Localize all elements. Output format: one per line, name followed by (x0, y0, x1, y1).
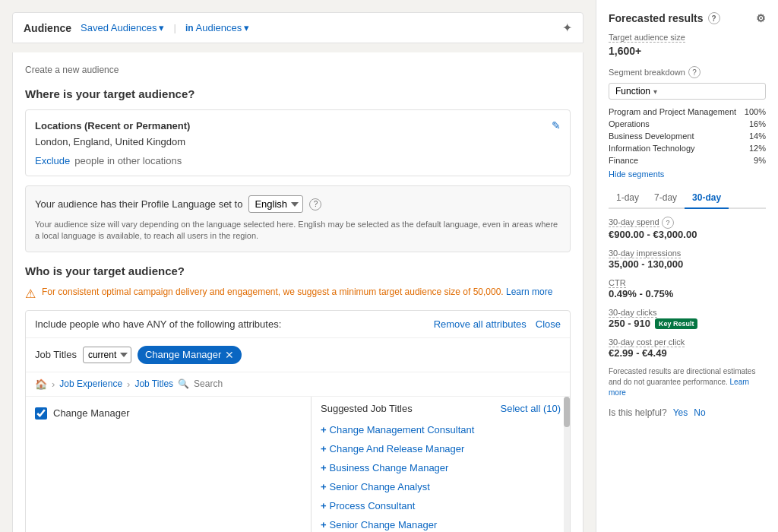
close-link[interactable]: Close (536, 318, 561, 330)
create-new-label: Create a new audience (25, 65, 571, 75)
breadcrumb-search-icon: 🔍 (178, 378, 189, 389)
tab-30day[interactable]: 30-day (685, 188, 729, 209)
suggestions-title: Suggested Job Titles (321, 403, 413, 414)
left-results: Change Manager (26, 397, 312, 532)
list-item[interactable]: + Senior Change Manager (321, 515, 561, 532)
location-box: Locations (Recent or Permanent) ✎ London… (25, 109, 571, 176)
language-note: Your audience size will vary depending o… (35, 219, 561, 242)
breadcrumb-search-input[interactable] (194, 378, 561, 389)
language-help-icon[interactable]: ? (309, 198, 321, 211)
stat-impressions: 30-day impressions 35,000 - 130,000 (609, 248, 766, 270)
stat-cost-per-click: 30-day cost per click €2.99 - €4.49 (609, 337, 766, 359)
list-item: Business Development 14% (609, 131, 766, 141)
edit-location-icon[interactable]: ✎ (552, 119, 561, 131)
right-panel: Forecasted results ? ⚙ Target audience s… (596, 0, 778, 532)
spend-help-icon[interactable]: ? (662, 217, 674, 229)
main-card: Create a new audience Where is your targ… (12, 52, 584, 532)
scroll-indicator (564, 397, 570, 532)
helpful-label: Is this helpful? (609, 407, 667, 418)
remove-tag-icon[interactable]: ✕ (225, 349, 234, 361)
filter-select[interactable]: current (83, 347, 131, 363)
stat-ctr: CTR 0.49% - 0.75% (609, 277, 766, 299)
segment-dropdown-arrow: ▾ (653, 87, 657, 96)
location-text: London, England, United Kingdom (35, 136, 561, 147)
forecasted-gear-icon[interactable]: ⚙ (756, 12, 766, 24)
warning-icon: ⚠ (25, 287, 36, 301)
job-titles-row: Job Titles current Change Manager ✕ (26, 338, 570, 372)
helpful-yes[interactable]: Yes (673, 407, 688, 418)
audiences-button[interactable]: in Audiences ▾ (185, 22, 249, 33)
forecasted-title: Forecasted results (609, 12, 704, 24)
attributes-box: Include people who have ANY of the follo… (25, 310, 571, 532)
bc-job-titles[interactable]: Job Titles (134, 378, 173, 389)
warning-row: ⚠ For consistent optimal campaign delive… (25, 287, 571, 301)
list-item[interactable]: + Change And Release Manager (321, 439, 561, 458)
audience-header: Audience Saved Audiences ▾ | in Audience… (12, 12, 584, 43)
bc-job-experience[interactable]: Job Experience (59, 378, 122, 389)
attributes-header-text: Include people who have ANY of the follo… (35, 318, 281, 330)
results-area: Change Manager Suggested Job Titles Sele… (26, 397, 570, 532)
helpful-no[interactable]: No (694, 407, 705, 418)
list-item[interactable]: + Process Consultant (321, 496, 561, 515)
segment-select[interactable]: Function ▾ (609, 83, 766, 100)
list-item: Finance 9% (609, 156, 766, 165)
who-section: Who is your target audience? ⚠ For consi… (25, 264, 571, 532)
right-suggestions: Suggested Job Titles Select all (10) + C… (312, 397, 570, 532)
location-box-title: Locations (Recent or Permanent) (35, 120, 190, 131)
list-item: Information Technology 12% (609, 144, 766, 153)
list-item[interactable]: + Change Management Consultant (321, 420, 561, 439)
stat-spend: 30-day spend ? €900.00 - €3,000.00 (609, 217, 766, 240)
exclude-note: people in other locations (74, 155, 182, 166)
job-titles-label: Job Titles (35, 349, 77, 360)
remove-all-link[interactable]: Remove all attributes (434, 318, 527, 330)
change-manager-tag: Change Manager ✕ (138, 346, 242, 364)
select-all-link[interactable]: Select all (10) (501, 403, 561, 414)
segment-help-icon[interactable]: ? (688, 66, 701, 78)
list-item: Program and Project Management 100% (609, 107, 766, 116)
helpful-row: Is this helpful? Yes No (609, 407, 766, 418)
language-label: Your audience has their Profile Language… (35, 198, 242, 210)
warning-text: For consistent optimal campaign delivery… (42, 287, 552, 297)
saved-audiences-button[interactable]: Saved Audiences ▾ (81, 22, 164, 33)
list-item: Change Manager (35, 403, 302, 424)
target-size-value: 1,600+ (609, 45, 766, 57)
segment-label: Segment breakdown ? (609, 66, 766, 78)
where-section-title: Where is your target audience? (25, 87, 571, 100)
tab-1day[interactable]: 1-day (609, 188, 647, 207)
audience-label: Audience (24, 22, 71, 34)
stat-clicks: 30-day clicks 250 - 910 Key Result (609, 307, 766, 329)
exclude-link[interactable]: Exclude (35, 155, 70, 166)
breadcrumb-row: 🏠 › Job Experience › Job Titles 🔍 (26, 372, 570, 397)
segment-list: Program and Project Management 100% Oper… (609, 107, 766, 165)
list-item[interactable]: + Business Change Manager (321, 458, 561, 477)
tab-7day[interactable]: 7-day (647, 188, 685, 207)
target-size-label: Target audience size (609, 33, 685, 43)
tabs-row: 1-day 7-day 30-day (609, 188, 766, 209)
forecasted-note: Forecasted results are directional estim… (609, 366, 766, 398)
hide-segments-link[interactable]: Hide segments (609, 169, 766, 179)
list-item[interactable]: + Senior Change Analyst (321, 477, 561, 496)
home-icon[interactable]: 🏠 (35, 378, 47, 390)
list-item: Operations 16% (609, 119, 766, 128)
language-box: Your audience has their Profile Language… (25, 185, 571, 252)
change-manager-checkbox[interactable] (35, 407, 47, 420)
settings-icon[interactable]: ✦ (562, 21, 572, 35)
header-divider: | (173, 22, 176, 33)
who-section-title: Who is your target audience? (25, 264, 571, 277)
warning-learn-more[interactable]: Learn more (506, 287, 552, 297)
key-result-badge: Key Result (655, 318, 698, 329)
language-select[interactable]: English (248, 195, 303, 213)
forecasted-help-icon[interactable]: ? (708, 12, 720, 24)
